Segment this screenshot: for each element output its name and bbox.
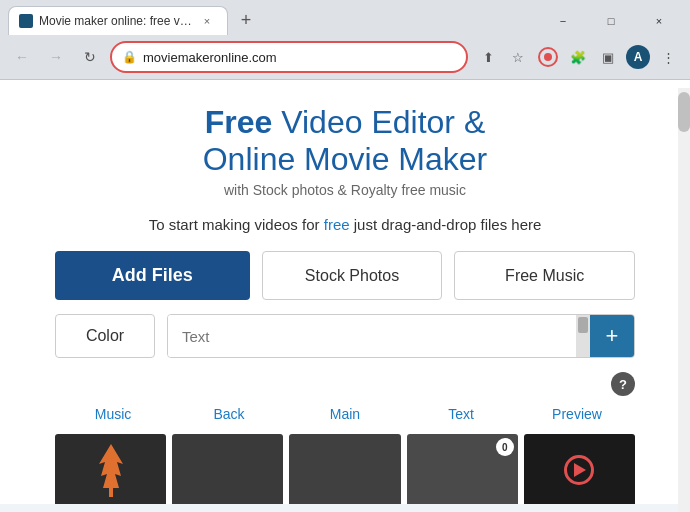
browser-nav-icons: ⬆ ☆ 🧩 ▣ A ⋮ [474, 43, 682, 71]
play-circle [564, 455, 594, 485]
scrollbar-thumb [678, 92, 690, 132]
tab-favicon [19, 14, 33, 28]
text-input-wrapper: + [167, 314, 635, 358]
menu-icon[interactable]: ⋮ [654, 43, 682, 71]
thumb-preview[interactable] [524, 434, 635, 504]
add-files-button[interactable]: Add Files [55, 251, 250, 300]
cta-before: To start making videos for [149, 216, 324, 233]
stock-photos-button[interactable]: Stock Photos [262, 251, 443, 300]
help-area: ? [55, 372, 635, 396]
main-buttons-row: Add Files Stock Photos Free Music [55, 251, 635, 300]
lock-icon: 🔒 [122, 50, 137, 64]
profile-avatar: A [626, 45, 650, 69]
thumb-main[interactable] [289, 434, 400, 504]
url-text: moviemakeronline.com [143, 50, 456, 65]
scroll-thumb [578, 317, 588, 333]
tab-back[interactable]: Back [171, 406, 287, 426]
thumb-music[interactable] [55, 434, 166, 504]
page-scrollbar[interactable] [678, 88, 690, 512]
subtitle: with Stock photos & Royalty free music [203, 182, 488, 198]
profile-icon[interactable]: A [624, 43, 652, 71]
thumb-text[interactable]: 0 [407, 434, 518, 504]
cta-text: To start making videos for free just dra… [149, 216, 542, 233]
close-button[interactable]: × [636, 7, 682, 35]
tab-close-button[interactable]: × [199, 13, 215, 29]
bottom-tabs: Music Back Main Text Preview [55, 406, 635, 426]
free-music-button[interactable]: Free Music [454, 251, 635, 300]
reload-button[interactable]: ↻ [76, 43, 104, 71]
target-icon[interactable] [534, 43, 562, 71]
tab-text[interactable]: Text [403, 406, 519, 426]
svg-marker-1 [99, 444, 123, 488]
color-button[interactable]: Color [55, 314, 155, 358]
thumbnail-row: 0 [55, 434, 635, 504]
heading-rest: Video Editor & [272, 104, 485, 140]
maximize-button[interactable]: □ [588, 7, 634, 35]
extensions-icon[interactable]: 🧩 [564, 43, 592, 71]
cta-after: just drag-and-drop files here [350, 216, 542, 233]
heading-line1: Free Video Editor & [203, 104, 488, 141]
second-buttons-row: Color + [55, 314, 635, 358]
new-tab-button[interactable]: + [232, 7, 260, 35]
help-button[interactable]: ? [611, 372, 635, 396]
tab-music[interactable]: Music [55, 406, 171, 426]
cta-free-link: free [324, 216, 350, 233]
heading-line2: Online Movie Maker [203, 141, 488, 178]
tab-bar: Movie maker online: free video e... × + … [0, 0, 690, 35]
tab-title: Movie maker online: free video e... [39, 14, 193, 28]
page-content: Free Video Editor & Online Movie Maker w… [0, 80, 690, 504]
bookmark-icon[interactable]: ☆ [504, 43, 532, 71]
play-triangle-icon [574, 463, 586, 477]
tab-main[interactable]: Main [287, 406, 403, 426]
split-view-icon[interactable]: ▣ [594, 43, 622, 71]
text-input[interactable] [168, 315, 576, 357]
heading-free: Free [205, 104, 273, 140]
forward-button[interactable]: → [42, 43, 70, 71]
tab-preview[interactable]: Preview [519, 406, 635, 426]
minimize-button[interactable]: − [540, 7, 586, 35]
window-controls: − □ × [540, 7, 682, 35]
address-bar[interactable]: 🔒 moviemakeronline.com [110, 41, 468, 73]
thumb-text-badge: 0 [496, 438, 514, 456]
plus-button[interactable]: + [590, 315, 634, 357]
thumb-back[interactable] [172, 434, 283, 504]
back-button[interactable]: ← [8, 43, 36, 71]
main-heading: Free Video Editor & Online Movie Maker w… [203, 104, 488, 212]
navigation-bar: ← → ↻ 🔒 moviemakeronline.com ⬆ ☆ 🧩 ▣ A ⋮ [0, 35, 690, 79]
share-icon[interactable]: ⬆ [474, 43, 502, 71]
music-tree-icon [87, 440, 135, 500]
active-tab[interactable]: Movie maker online: free video e... × [8, 6, 228, 35]
scroll-indicator[interactable] [576, 315, 590, 357]
address-bar-container: 🔒 moviemakeronline.com [110, 41, 468, 73]
